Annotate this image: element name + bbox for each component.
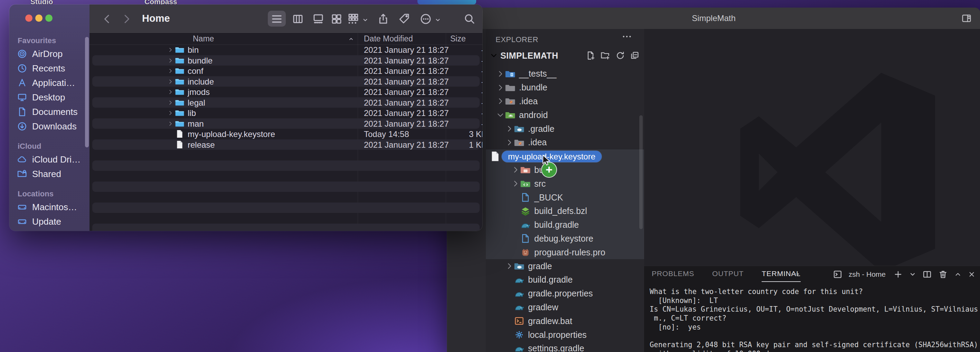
table-row[interactable]: conf2021 January 21 18:27--Folder (89, 65, 482, 76)
more-actions-icon[interactable] (420, 13, 432, 25)
sidebar-item-shared[interactable]: Shared (17, 166, 89, 181)
sidebar-item-applicati[interactable]: Applicati… (17, 76, 89, 90)
tree-item-gradle.properties[interactable]: gradle.properties (486, 287, 644, 301)
tree-item-.idea[interactable]: .idea (486, 136, 644, 149)
table-row[interactable]: release2021 January 21 18:271 KBDocument (89, 140, 482, 150)
project-section-header[interactable]: SIMPLEMATH (486, 48, 644, 63)
chevron-right-icon[interactable] (505, 138, 514, 147)
tree-item-build.gradle[interactable]: build.gradle (486, 218, 644, 232)
column-view-icon[interactable] (292, 13, 304, 25)
tree-item-gradlew.bat[interactable]: gradlew.bat (486, 314, 644, 328)
disclosure-chevron-icon[interactable] (167, 68, 173, 74)
sidebar-item-network[interactable]: Network (17, 229, 89, 231)
chevron-down-icon[interactable] (489, 51, 498, 60)
sidebar-item-update[interactable]: Update (17, 214, 89, 229)
maximize-panel-icon[interactable] (954, 270, 962, 279)
new-file-icon[interactable] (585, 51, 596, 60)
table-row[interactable]: man2021 January 21 18:27--Folder (89, 118, 482, 129)
minimize-button[interactable] (35, 14, 43, 22)
tree-item-gradlew[interactable]: gradlew (486, 301, 644, 314)
back-icon[interactable] (101, 13, 114, 25)
list-view-icon[interactable] (270, 13, 283, 25)
sidebar-item-recents[interactable]: Recents (17, 61, 89, 76)
sidebar-item-documents[interactable]: Documents (17, 105, 89, 119)
collapse-all-icon[interactable] (630, 51, 640, 60)
tree-item-build.gradle[interactable]: build.gradle (486, 273, 644, 287)
new-terminal-icon[interactable] (893, 270, 903, 279)
new-folder-icon[interactable] (600, 51, 610, 60)
icon-view-icon[interactable] (330, 13, 343, 25)
table-row[interactable]: jmods2021 January 21 18:27--Folder (89, 87, 482, 97)
group-by-chevron-icon[interactable] (362, 17, 369, 23)
column-header-name[interactable]: Name (193, 34, 214, 43)
chevron-right-icon[interactable] (496, 70, 504, 78)
sidebar-item-desktop[interactable]: Desktop (17, 90, 89, 105)
share-icon[interactable] (377, 13, 390, 25)
tree-item-.gradle[interactable]: .gradle (486, 122, 644, 136)
sidebar-item-downloads[interactable]: Downloads (17, 119, 89, 133)
tree-item-.bundle[interactable]: .bundle (486, 81, 644, 95)
table-row[interactable]: bundle2021 January 21 18:27--Folder (89, 55, 482, 66)
close-panel-icon[interactable] (968, 270, 975, 279)
refresh-icon[interactable] (615, 51, 625, 60)
sidebar-item-macintos[interactable]: Macintos… (17, 200, 89, 214)
tab-output[interactable]: OUTPUT (712, 266, 744, 281)
tree-item-__tests__[interactable]: __tests__ (486, 67, 644, 81)
disclosure-chevron-icon[interactable] (167, 89, 173, 95)
disclosure-chevron-icon[interactable] (167, 121, 173, 127)
tree-item-_buck[interactable]: _BUCK (486, 190, 644, 204)
column-header-size[interactable]: Size (450, 34, 466, 43)
table-row[interactable]: bin2021 January 21 18:27--Folder (89, 44, 482, 55)
explorer-scrollbar[interactable] (639, 115, 643, 229)
close-button[interactable] (25, 14, 32, 22)
disclosure-chevron-icon[interactable] (167, 58, 173, 63)
gallery-view-icon[interactable] (312, 13, 325, 25)
disclosure-chevron-icon[interactable] (167, 110, 173, 116)
kill-terminal-icon[interactable] (938, 270, 948, 279)
sidebar-item-airdrop[interactable]: AirDrop (17, 47, 89, 61)
tree-item-settings.gradle[interactable]: settings.gradle (486, 342, 644, 352)
chevron-right-icon[interactable] (505, 125, 514, 133)
disclosure-chevron-icon[interactable] (167, 47, 173, 53)
disclosure-chevron-icon[interactable] (167, 100, 173, 106)
table-row[interactable]: my-upload-key.keystoreToday 14:583 KBDoc… (89, 129, 482, 140)
table-row[interactable]: lib2021 January 21 18:27--Folder (89, 108, 482, 118)
explorer-more-icon[interactable] (620, 31, 633, 42)
column-header-date[interactable]: Date Modified (364, 34, 413, 43)
sidebar-item-iclouddri[interactable]: iCloud Dri… (17, 152, 89, 166)
tag-icon[interactable] (398, 13, 410, 25)
terminal-line: m., C=LT correct? (650, 314, 974, 323)
sidebar-scrollbar[interactable] (85, 37, 89, 147)
tree-item-proguard-rules.pro[interactable]: proguard-rules.pro (486, 245, 644, 259)
tree-item-gradle[interactable]: gradle (486, 259, 644, 273)
tree-item-build_defs.bzl[interactable]: build_defs.bzl (486, 204, 644, 218)
tree-item-debug.keystore[interactable]: debug.keystore (486, 232, 644, 246)
chevron-right-icon[interactable] (505, 262, 514, 270)
more-chevron-icon[interactable] (434, 17, 441, 23)
tree-item-android[interactable]: android (486, 108, 644, 122)
split-terminal-icon[interactable] (922, 270, 932, 279)
table-row[interactable]: include2021 January 21 18:27--Folder (89, 76, 482, 87)
disclosure-chevron-icon[interactable] (167, 79, 173, 84)
chevron-right-icon[interactable] (496, 84, 504, 92)
chevron-right-icon[interactable] (511, 166, 520, 174)
layout-panels-icon[interactable] (961, 13, 972, 24)
tree-item-local.properties[interactable]: local.properties (486, 328, 644, 342)
tree-item-.idea[interactable]: .idea (486, 95, 644, 108)
tab-problems[interactable]: PROBLEMS (652, 266, 694, 281)
search-icon[interactable] (463, 13, 476, 25)
chevron-down-icon[interactable] (496, 111, 504, 119)
tree-item-my-upload-key.keystore[interactable]: my-upload-key.keystore+ (486, 149, 644, 163)
tree-item-src[interactable]: src (486, 177, 644, 190)
chevron-right-icon[interactable] (511, 179, 520, 188)
tree-item-build[interactable]: build (486, 163, 644, 177)
terminal-dropdown-icon[interactable] (909, 270, 916, 279)
chevron-right-icon[interactable] (496, 97, 504, 105)
table-row[interactable]: legal2021 January 21 18:27--Folder (89, 97, 482, 108)
group-by-icon[interactable] (347, 13, 360, 25)
zoom-button[interactable] (45, 14, 52, 22)
forward-icon[interactable] (120, 13, 132, 25)
panel-more-icon[interactable] (789, 269, 801, 279)
shell-label[interactable]: zsh - Home (849, 270, 886, 279)
terminal-output[interactable]: What is the two-letter country code for … (650, 287, 974, 352)
